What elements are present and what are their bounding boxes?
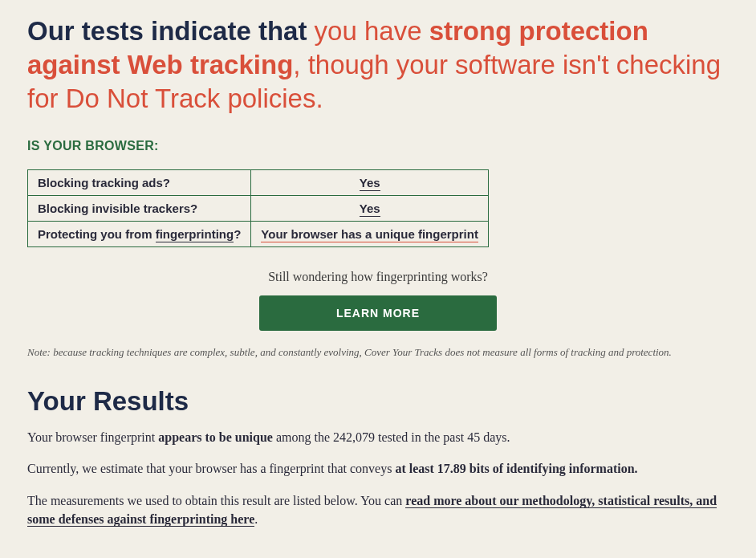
your-results-heading: Your Results <box>27 386 729 417</box>
results-paragraph-1: Your browser fingerprint appears to be u… <box>27 428 729 446</box>
table-row: Blocking tracking ads? Yes <box>28 169 489 195</box>
table-row: Protecting you from fingerprinting? Your… <box>28 221 489 246</box>
status-answer: Your browser has a unique fingerprint <box>251 221 489 246</box>
status-answer: Yes <box>251 169 489 195</box>
headline-mid: you have <box>315 16 429 46</box>
tracking-note: Note: because tracking techniques are co… <box>27 345 729 360</box>
status-question: Protecting you from fingerprinting? <box>28 221 251 246</box>
learn-more-button[interactable]: LEARN MORE <box>259 295 497 331</box>
table-row: Blocking invisible trackers? Yes <box>28 195 489 221</box>
status-answer: Yes <box>251 195 489 221</box>
fingerprinting-link[interactable]: fingerprinting <box>156 227 234 242</box>
status-table: Blocking tracking ads? Yes Blocking invi… <box>27 169 489 247</box>
status-question: Blocking tracking ads? <box>28 169 251 195</box>
status-question: Blocking invisible trackers? <box>28 195 251 221</box>
results-paragraph-3: The measurements we used to obtain this … <box>27 491 729 528</box>
results-paragraph-2: Currently, we estimate that your browser… <box>27 459 729 478</box>
headline-prefix: Our tests indicate that <box>27 16 315 46</box>
is-your-browser-label: IS YOUR BROWSER: <box>27 139 729 153</box>
headline: Our tests indicate that you have strong … <box>27 14 729 116</box>
learn-question: Still wondering how fingerprinting works… <box>27 270 729 284</box>
